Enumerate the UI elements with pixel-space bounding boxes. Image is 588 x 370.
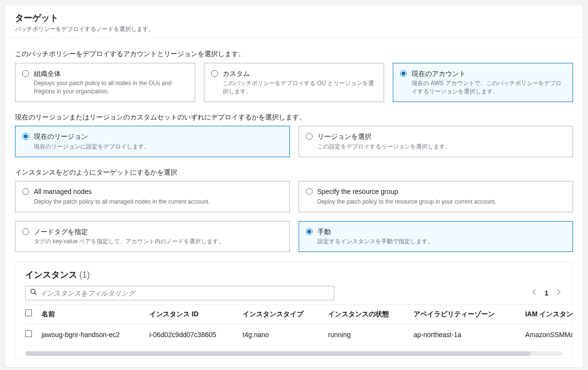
option-node-tags[interactable]: ノードタグを指定 タグの key-value ペアを指定して、アカウント内のノー… (15, 221, 290, 252)
col-name[interactable]: 名前 (42, 305, 149, 325)
page-prev-button[interactable] (530, 287, 539, 300)
option-title: 現在のアカウント (412, 69, 566, 79)
option-desc: このパッチポリシーをデプロイする OU とリージョンを選択します。 (223, 79, 377, 96)
option-current-region[interactable]: 現在のリージョン 現在のリージョンに設定をデプロイします。 (15, 126, 290, 157)
panel-header: ターゲット パッチポリシーをデプロイするノードを選択します。 (5, 5, 583, 38)
option-desc: Deploy the patch policy to all managed n… (34, 198, 210, 206)
radio-icon (211, 70, 218, 77)
cell-instance-id: i-06d02c9dd07c38605 (149, 324, 243, 346)
option-resource-group[interactable]: Specify the resource group Deploy the pa… (299, 181, 574, 212)
search-wrap (25, 286, 334, 300)
table-row[interactable]: jawsug-bgnr-handson-ec2 i-06d02c9dd07c38… (25, 324, 573, 346)
option-title: カスタム (223, 69, 377, 79)
page-number: 1 (545, 289, 548, 298)
target-method-row2: ノードタグを指定 タグの key-value ペアを指定して、アカウント内のノー… (15, 221, 573, 252)
account-region-options: 組織全体 Deploys your patch policy to all no… (15, 63, 573, 102)
instances-count: (1) (79, 270, 90, 280)
svg-point-0 (31, 289, 35, 294)
radio-icon (400, 70, 407, 77)
target-method-row1: All managed nodes Deploy the patch polic… (15, 181, 573, 212)
targets-panel: ターゲット パッチポリシーをデプロイするノードを選択します。 このパッチポリシー… (5, 5, 583, 368)
instances-table-scroll[interactable]: 名前 インスタンス ID インスタンスタイプ インスタンスの状態 アベイラビリテ… (15, 304, 573, 351)
option-desc: この設定をデプロイするリージョンを選択します。 (317, 143, 451, 151)
region-choice-options: 現在のリージョン 現在のリージョンに設定をデプロイします。 リージョンを選択 こ… (15, 126, 573, 157)
radio-icon (22, 70, 29, 77)
col-az[interactable]: アベイラビリティーゾーン (414, 305, 525, 325)
radio-icon (22, 188, 29, 195)
search-input[interactable] (25, 286, 334, 300)
col-instance-type[interactable]: インスタンスタイプ (243, 305, 328, 325)
option-all-managed-nodes[interactable]: All managed nodes Deploy the patch polic… (15, 181, 290, 212)
option-title: 現在のリージョン (34, 132, 150, 142)
instances-table: 名前 インスタンス ID インスタンスタイプ インスタンスの状態 アベイラビリテ… (25, 304, 573, 346)
account-region-label: このパッチポリシーをデプロイするアカウントとリージョンを選択します。 (15, 49, 573, 59)
option-desc: 設定するインスタンスを手動で指定します。 (317, 237, 433, 246)
option-title: 手動 (317, 227, 433, 237)
option-current-account[interactable]: 現在のアカウント 現在の AWS アカウントで、このパッチポリシーをデプロイする… (393, 63, 573, 102)
instances-panel: インスタンス (1) 1 (15, 262, 573, 358)
panel-description: パッチポリシーをデプロイするノードを選択します。 (15, 25, 573, 33)
instances-toolbar: 1 (15, 286, 573, 304)
horizontal-scrollbar[interactable] (25, 351, 563, 356)
option-title: All managed nodes (34, 187, 210, 197)
region-choice-label: 現在のリージョンまたはリージョンのカスタムセットのいずれにデプロイするかを選択し… (15, 113, 573, 122)
option-desc: 現在の AWS アカウントで、このパッチポリシーをデプロイするリージョンを選択し… (412, 79, 566, 96)
cell-name: jawsug-bgnr-handson-ec2 (42, 324, 149, 346)
row-select-checkbox[interactable] (25, 330, 32, 337)
option-desc: 現在のリージョンに設定をデプロイします。 (34, 143, 150, 151)
radio-icon (22, 228, 29, 235)
option-desc: タグの key-value ペアを指定して、アカウント内のノードを選択します。 (34, 237, 224, 246)
cell-instance-type: t4g.nano (243, 324, 328, 346)
col-iam[interactable]: IAM インスタンス (525, 305, 573, 325)
option-title: ノードタグを指定 (34, 227, 224, 237)
option-title: リージョンを選択 (317, 132, 451, 142)
panel-body: このパッチポリシーをデプロイするアカウントとリージョンを選択します。 組織全体 … (5, 38, 583, 367)
option-manual[interactable]: 手動 設定するインスタンスを手動で指定します。 (299, 221, 574, 252)
option-title: 組織全体 (34, 69, 188, 79)
option-title: Specify the resource group (317, 187, 496, 197)
select-all-checkbox[interactable] (25, 310, 32, 316)
svg-line-1 (35, 293, 37, 295)
search-icon (30, 289, 37, 298)
panel-title: ターゲット (15, 12, 573, 24)
instances-title: インスタンス (25, 270, 77, 280)
radio-icon (306, 188, 313, 195)
scrollbar-thumb[interactable] (25, 351, 531, 356)
target-method-label: インスタンスをどのようにターゲットにするかを選択 (15, 168, 573, 178)
radio-icon (22, 133, 29, 140)
col-instance-id[interactable]: インスタンス ID (149, 305, 243, 325)
radio-icon (306, 133, 313, 140)
instances-header: インスタンス (1) (15, 262, 573, 286)
cell-iam: AmazonSSMMana (525, 324, 573, 346)
cell-instance-state: running (328, 324, 414, 346)
col-instance-state[interactable]: インスタンスの状態 (328, 305, 414, 325)
page-next-button[interactable] (554, 287, 563, 300)
select-all-header (25, 305, 42, 325)
radio-icon (306, 228, 313, 235)
option-entire-org[interactable]: 組織全体 Deploys your patch policy to all no… (15, 63, 195, 102)
option-desc: Deploy the patch policy to the resource … (317, 198, 496, 206)
pagination: 1 (530, 287, 563, 300)
cell-az: ap-northeast-1a (414, 324, 525, 346)
option-custom[interactable]: カスタム このパッチポリシーをデプロイする OU とリージョンを選択します。 (204, 63, 384, 102)
option-select-regions[interactable]: リージョンを選択 この設定をデプロイするリージョンを選択します。 (299, 126, 574, 157)
option-desc: Deploys your patch policy to all nodes i… (34, 79, 188, 96)
row-select-cell (25, 324, 42, 346)
